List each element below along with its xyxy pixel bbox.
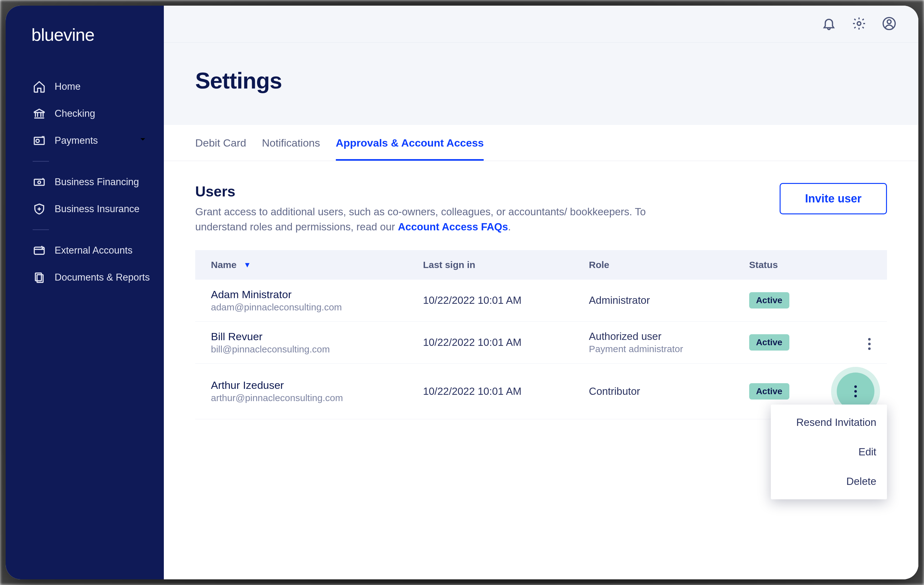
- external-accounts-icon: [33, 244, 46, 257]
- col-name[interactable]: Name ▼: [195, 250, 411, 280]
- table-row: Arthur Izeduser arthur@pinnacleconsultin…: [195, 363, 887, 419]
- user-email: adam@pinnacleconsulting.com: [211, 302, 398, 313]
- main-area: Settings Debit Card Notifications Approv…: [164, 6, 918, 579]
- col-role[interactable]: Role: [576, 250, 736, 280]
- user-icon[interactable]: [882, 16, 896, 32]
- user-last-sign-in: 10/22/2022 10:01 AM: [411, 321, 577, 363]
- svg-point-7: [857, 21, 861, 25]
- svg-point-3: [38, 181, 41, 184]
- tabs: Debit Card Notifications Approvals & Acc…: [164, 125, 918, 161]
- user-email: bill@pinnacleconsulting.com: [211, 344, 398, 354]
- users-section-desc: Grant access to additional users, such a…: [195, 204, 653, 234]
- account-access-faqs-link[interactable]: Account Access FAQs: [398, 221, 508, 232]
- user-name: Arthur Izeduser: [211, 379, 398, 391]
- sidebar-item-home[interactable]: Home: [6, 73, 164, 100]
- sidebar-item-label: External Accounts: [54, 245, 132, 256]
- sidebar: bluevine Home Checking Payments: [6, 6, 164, 579]
- sidebar-item-label: Checking: [54, 108, 95, 119]
- user-role: Administrator: [589, 294, 724, 306]
- sidebar-item-checking[interactable]: Checking: [6, 100, 164, 127]
- tab-approvals-account-access[interactable]: Approvals & Account Access: [336, 137, 484, 161]
- sort-indicator-icon: ▼: [244, 260, 251, 269]
- user-role: Contributor: [589, 386, 724, 397]
- user-email: arthur@pinnacleconsulting.com: [211, 392, 398, 403]
- sidebar-item-label: Business Insurance: [54, 203, 140, 215]
- invite-user-button[interactable]: Invite user: [780, 183, 887, 214]
- status-badge: Active: [749, 292, 789, 308]
- user-role: Authorized user: [589, 330, 724, 343]
- svg-rect-2: [34, 179, 44, 185]
- page-header: Settings: [164, 43, 918, 125]
- sidebar-item-label: Payments: [54, 135, 98, 146]
- brand-logo: bluevine: [6, 25, 164, 73]
- bank-icon: [33, 107, 46, 120]
- users-table: Name ▼ Last sign in Role Status: [195, 250, 887, 419]
- status-badge: Active: [749, 383, 789, 399]
- users-section-title: Users: [195, 183, 653, 200]
- gear-icon[interactable]: [852, 16, 866, 32]
- users-section: Users Grant access to additional users, …: [164, 161, 918, 419]
- svg-point-9: [887, 20, 891, 23]
- status-badge: Active: [749, 334, 789, 351]
- payments-icon: [33, 134, 46, 147]
- user-name: Adam Ministrator: [211, 288, 398, 301]
- col-status[interactable]: Status: [737, 250, 824, 280]
- users-section-head: Users Grant access to additional users, …: [195, 183, 887, 234]
- user-last-sign-in: 10/22/2022 10:01 AM: [411, 363, 577, 419]
- app-window: bluevine Home Checking Payments: [6, 6, 918, 579]
- topbar: [164, 6, 918, 43]
- financing-icon: [33, 175, 46, 189]
- user-name: Bill Revuer: [211, 330, 398, 343]
- col-last-sign-in[interactable]: Last sign in: [411, 250, 577, 280]
- desc-after: .: [508, 221, 511, 232]
- sidebar-item-documents-reports[interactable]: Documents & Reports: [6, 264, 164, 291]
- page-title: Settings: [195, 68, 887, 94]
- content-card: Debit Card Notifications Approvals & Acc…: [164, 125, 918, 579]
- tab-debit-card[interactable]: Debit Card: [195, 137, 246, 161]
- svg-point-1: [36, 139, 40, 143]
- tab-notifications[interactable]: Notifications: [262, 137, 320, 161]
- sidebar-item-business-financing[interactable]: Business Financing: [6, 168, 164, 196]
- sidebar-item-payments[interactable]: Payments: [6, 127, 164, 154]
- user-role-sub: Payment administrator: [589, 344, 724, 354]
- shield-icon: [33, 203, 46, 216]
- bell-icon[interactable]: [822, 16, 836, 32]
- users-table-wrap: Name ▼ Last sign in Role Status: [195, 250, 887, 419]
- chevron-down-icon: [138, 135, 147, 147]
- row-actions-dropdown: Resend Invitation Edit Delete: [771, 405, 887, 499]
- sidebar-item-business-insurance[interactable]: Business Insurance: [6, 196, 164, 222]
- dropdown-item-edit[interactable]: Edit: [771, 437, 887, 467]
- col-name-label: Name: [211, 260, 237, 270]
- user-last-sign-in: 10/22/2022 10:01 AM: [411, 280, 577, 322]
- sidebar-item-label: Documents & Reports: [54, 272, 150, 283]
- sidebar-item-label: Business Financing: [54, 176, 139, 188]
- dropdown-item-delete[interactable]: Delete: [771, 467, 887, 496]
- nav-list: Home Checking Payments: [6, 73, 164, 291]
- more-icon: [851, 382, 861, 401]
- nav-divider: [33, 229, 49, 230]
- row-actions-button[interactable]: [865, 334, 874, 354]
- table-row: Adam Ministrator adam@pinnacleconsulting…: [195, 280, 887, 322]
- sidebar-item-label: Home: [54, 81, 81, 92]
- sidebar-item-external-accounts[interactable]: External Accounts: [6, 237, 164, 264]
- dropdown-item-resend-invitation[interactable]: Resend Invitation: [771, 408, 887, 437]
- home-icon: [33, 80, 46, 93]
- table-row: Bill Revuer bill@pinnacleconsulting.com …: [195, 321, 887, 363]
- col-actions: [824, 250, 887, 280]
- documents-icon: [33, 271, 46, 284]
- nav-divider: [33, 161, 49, 161]
